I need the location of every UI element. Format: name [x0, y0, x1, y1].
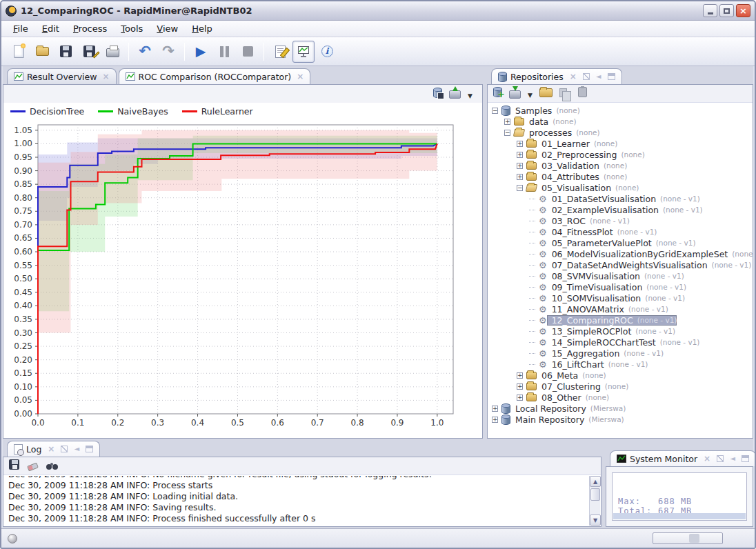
menu-tools[interactable]: Tools	[115, 22, 149, 35]
undock-panel-icon[interactable]: ◄	[596, 73, 601, 80]
store-result-button[interactable]	[433, 88, 442, 101]
menu-view[interactable]: View	[150, 22, 184, 35]
copy-button[interactable]	[559, 87, 567, 100]
tree-item-10_somvisualisation[interactable]: ⚙10_SOMVisualisation(none - v1)	[488, 292, 753, 303]
tree-expander-icon[interactable]: +	[517, 152, 523, 158]
menu-file[interactable]: File	[7, 22, 34, 35]
scroll-up-icon[interactable]: ▲	[590, 476, 601, 487]
tree-expander-icon[interactable]: +	[492, 406, 498, 412]
print-button[interactable]	[101, 41, 123, 63]
detach-panel-icon[interactable]	[86, 446, 93, 452]
log-scrollbar[interactable]: ▲ ▼	[589, 476, 600, 526]
tree-item-04_fitnessplot[interactable]: ⚙04_FitnessPlot(none - v1)	[488, 226, 753, 237]
tree-item-processes[interactable]: −processes(none)	[488, 127, 753, 138]
tree-expander-icon[interactable]: −	[504, 130, 510, 136]
scroll-down-icon[interactable]: ▼	[590, 515, 601, 526]
tree-expander-icon[interactable]: +	[517, 141, 523, 147]
title-bar[interactable]: 12_ComparingROC - RapidMiner@RapidNTB02 …	[1, 1, 755, 21]
new-folder-button[interactable]	[539, 87, 553, 100]
tree-item-01_learner[interactable]: +01_Learner(none)	[488, 138, 753, 149]
search-log-button[interactable]	[46, 459, 58, 472]
tree-item-07_datasetandweightsvisualisation[interactable]: ⚙07_DataSetAndWeightsVisualisation(none …	[488, 259, 753, 270]
view-results-button[interactable]	[292, 41, 315, 63]
dropdown-button[interactable]: ▼	[468, 88, 472, 101]
tab-roc-comparison-roccomparator-[interactable]: ROC Comparison (ROCComparator)×	[119, 68, 311, 84]
dropdown-button[interactable]: ▼	[528, 87, 533, 100]
edit-process-button[interactable]	[269, 41, 291, 63]
save-as-button[interactable]	[78, 41, 100, 63]
detach-panel-icon[interactable]	[742, 455, 749, 462]
tree-item-06_modelvisualizationbygridexampleset[interactable]: ⚙06_ModelVisualizationByGridExampleSet(n…	[488, 248, 753, 259]
tree-item-05_visualisation[interactable]: −05_Visualisation(none)	[488, 182, 753, 193]
undock-panel-icon[interactable]: ◄	[74, 446, 79, 452]
maximize-panel-icon[interactable]	[717, 455, 724, 462]
close-panel-icon[interactable]: ×	[570, 73, 577, 80]
tree-expander-icon[interactable]: +	[504, 119, 510, 125]
tree-item-09_timevisualisation[interactable]: ⚙09_TimeVisualisation(none - v1)	[488, 281, 753, 292]
log-tab[interactable]: Log×◄	[7, 441, 100, 457]
tree-item-02_preprocessing[interactable]: +02_Preprocessing(none)	[488, 149, 753, 160]
scrollbar-thumb[interactable]	[590, 488, 600, 501]
tree-item-02_examplevisualisation[interactable]: ⚙02_ExampleVisualisation(none - v1)	[488, 204, 753, 215]
close-tab-icon[interactable]: ×	[102, 72, 109, 81]
tree-item-15_aggregation[interactable]: ⚙15_Aggregation(none - v1)	[488, 348, 753, 359]
clear-log-button[interactable]	[28, 459, 38, 472]
tree-item-local repository[interactable]: +Local Repository(Mierswa)	[488, 403, 753, 414]
tab-result-overview[interactable]: Result Overview×	[7, 68, 117, 84]
paste-button[interactable]	[574, 87, 587, 100]
tree-item-12_comparingroc[interactable]: ⚙12_ComparingROC(none - v1)	[488, 315, 753, 326]
tree-expander-icon[interactable]: −	[492, 108, 498, 114]
tree-item-04_attributes[interactable]: +04_Attributes(none)	[488, 171, 753, 182]
tree-item-03_validation[interactable]: +03_Validation(none)	[488, 160, 753, 171]
pause-button[interactable]	[213, 41, 235, 63]
tree-item-07_clustering[interactable]: +07_Clustering(none)	[488, 381, 753, 392]
memory-usage-bar[interactable]	[653, 532, 723, 544]
close-panel-icon[interactable]: ×	[48, 446, 54, 452]
undo-button[interactable]: ↶	[134, 41, 156, 63]
detach-panel-icon[interactable]	[608, 73, 615, 80]
minimize-button[interactable]	[703, 4, 717, 17]
new-button[interactable]	[8, 41, 30, 63]
tree-item-11_anovamatrix[interactable]: ⚙11_ANOVAMatrix(none - v1)	[488, 303, 753, 315]
tree-item-01_datasetvisualisation[interactable]: ⚙01_DataSetVisualisation(none - v1)	[488, 193, 753, 204]
repositories-tab[interactable]: Repositories×◄	[491, 68, 622, 84]
menu-process[interactable]: Process	[67, 22, 113, 35]
save-log-button[interactable]	[9, 459, 19, 472]
tree-item-08_svmvisualisation[interactable]: ⚙08_SVMVisualisation(none - v1)	[488, 270, 753, 281]
tree-expander-icon[interactable]: +	[492, 417, 498, 423]
maximize-panel-icon[interactable]	[583, 73, 590, 80]
tree-item-13_simplerocplot[interactable]: ⚙13_SimpleROCPlot(none - v1)	[488, 326, 753, 337]
tree-expander-icon[interactable]: +	[517, 395, 523, 401]
run-button[interactable]: ▶	[190, 41, 212, 63]
tree-item-08_other[interactable]: +08_Other(none)	[488, 392, 753, 403]
tree-item-samples[interactable]: −Samples(none)	[488, 105, 753, 116]
tree-item-03_roc[interactable]: ⚙03_ROC(none - v1)	[488, 215, 753, 226]
save-button[interactable]	[54, 41, 77, 63]
tree-expander-icon[interactable]: −	[517, 185, 523, 191]
close-button[interactable]: ×	[736, 4, 750, 17]
menu-help[interactable]: Help	[186, 22, 219, 35]
open-button[interactable]	[31, 41, 53, 63]
system-monitor-tab[interactable]: System Monitor×◄	[610, 450, 756, 466]
export-result-button[interactable]	[449, 86, 461, 101]
close-panel-icon[interactable]: ×	[704, 455, 710, 462]
undock-panel-icon[interactable]: ◄	[730, 455, 735, 462]
menu-edit[interactable]: Edit	[36, 22, 66, 35]
redo-button[interactable]: ↷	[157, 41, 179, 63]
tree-item-06_meta[interactable]: +06_Meta(none)	[488, 370, 753, 381]
tree-item-data[interactable]: +data(none)	[488, 116, 753, 127]
maximize-panel-icon[interactable]	[61, 446, 68, 452]
close-tab-icon[interactable]: ×	[297, 72, 304, 81]
tree-item-main repository[interactable]: +Main Repository(Mierswa)	[488, 414, 753, 425]
tree-expander-icon[interactable]: +	[517, 163, 523, 169]
stop-button[interactable]	[237, 41, 259, 63]
log-output[interactable]: Dec 30, 2009 11:18:28 AM INFO: No filena…	[4, 476, 589, 526]
tree-expander-icon[interactable]: +	[517, 372, 523, 379]
tree-item-05_parametervalueplot[interactable]: ⚙05_ParameterValuePlot(none - v1)	[488, 237, 753, 248]
tree-expander-icon[interactable]: +	[517, 383, 523, 390]
maximize-button[interactable]	[719, 4, 734, 17]
add-repository-button[interactable]	[493, 87, 502, 100]
import-data-button[interactable]	[509, 86, 521, 101]
tree-item-14_simpleroccharttest[interactable]: ⚙14_SimpleROCChartTest(none - v1)	[488, 337, 753, 348]
tree-expander-icon[interactable]: +	[517, 174, 523, 180]
